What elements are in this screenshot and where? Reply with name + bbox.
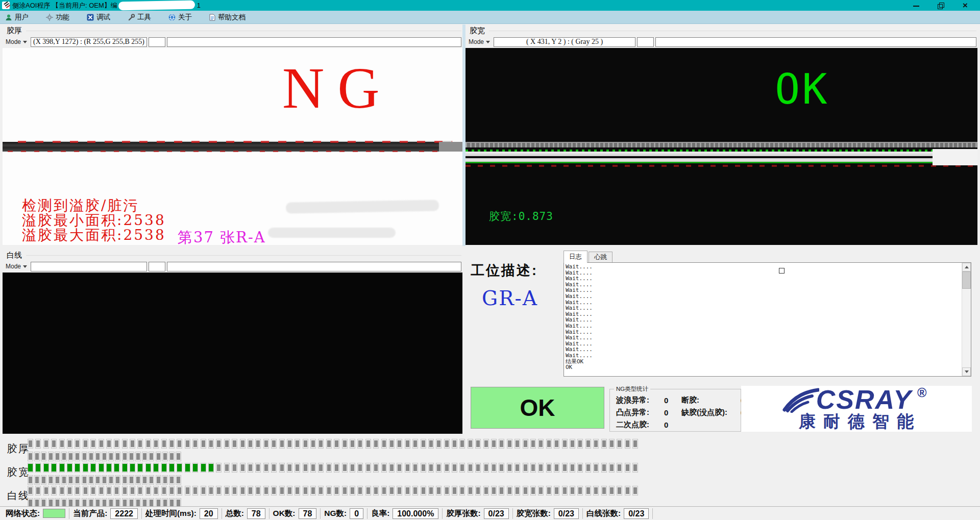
grid-cell <box>115 475 120 485</box>
pixel-coordinate-readout[interactable]: (X 398,Y 1272) : (R 255,G 255,B 255) <box>31 37 147 47</box>
tab-heartbeat[interactable]: 心跳 <box>589 252 612 263</box>
log-line: Wait.... <box>566 282 961 288</box>
grid-cell <box>156 452 161 461</box>
grid-cell <box>601 439 607 449</box>
grid-cell <box>428 439 434 449</box>
tab-log[interactable]: 日志 <box>564 251 587 263</box>
grid-cell <box>255 463 261 473</box>
indicator-row-white-line-products <box>28 486 638 496</box>
grid-cell <box>216 463 222 473</box>
menu-item-debug[interactable]: 调试 <box>85 12 112 23</box>
grid-cell <box>99 486 104 496</box>
grid-cell <box>176 452 181 461</box>
status-value: 20 <box>200 508 218 519</box>
grid-cell <box>468 439 473 449</box>
scrollbar-thumb[interactable] <box>962 271 971 289</box>
grid-cell <box>90 439 96 449</box>
inspection-image-glue-thickness[interactable]: NG 检测到溢胶/脏污 溢胶最小面积:2538 溢胶最大面积:2538 第37 … <box>3 48 462 245</box>
log-checkbox[interactable] <box>779 268 785 274</box>
triangle-down-icon <box>965 370 969 373</box>
grid-cell <box>248 486 253 496</box>
menu-item-user[interactable]: 用户 <box>3 12 31 23</box>
grid-cell <box>295 439 300 449</box>
ng-stat-label: 缺胶(没点胶): <box>681 408 741 417</box>
grid-cell <box>185 439 190 449</box>
logo-brand-text: CSRAY <box>816 387 912 412</box>
grid-cell <box>632 463 638 473</box>
toolbar-small-field[interactable] <box>149 262 165 271</box>
inspection-image-white-line[interactable] <box>3 273 462 434</box>
overall-result-button[interactable]: OK <box>471 387 604 429</box>
mode-dropdown[interactable]: Mode <box>4 262 29 271</box>
grid-cell <box>562 463 568 473</box>
grid-cell <box>232 439 237 449</box>
toolbar-small-field[interactable] <box>149 37 165 47</box>
status-group: NG数:0 <box>321 508 368 519</box>
menu-item-tools[interactable]: 工具 <box>126 12 153 23</box>
grid-cell <box>102 475 107 485</box>
scroll-up-arrow[interactable] <box>962 263 971 271</box>
grid-cell <box>412 463 418 473</box>
menu-item-about[interactable]: 关于 <box>166 12 194 23</box>
grid-cell <box>90 486 96 496</box>
glue-edge-band-end <box>933 149 977 165</box>
toolbar-long-field[interactable] <box>655 37 976 47</box>
grid-cell <box>617 439 622 449</box>
station-description-value: GR-A <box>482 287 538 310</box>
inspection-image-glue-width[interactable]: OK 胶宽:0.873 <box>465 48 977 245</box>
grid-cell <box>538 486 544 496</box>
close-button[interactable]: × <box>962 2 969 9</box>
grid-cell <box>192 486 198 496</box>
grid-cell <box>475 486 481 496</box>
ng-stat-value: 0 <box>664 420 681 429</box>
glue-edge-image-strip <box>3 142 462 152</box>
log-panel[interactable]: Wait....Wait....Wait....Wait....Wait....… <box>564 262 971 377</box>
ng-statistics-grid: 波浪异常:0断胶:0凸点异常:0缺胶(没点胶):0二次点胶:0 <box>616 394 752 431</box>
grid-cell <box>51 439 57 449</box>
grid-cell <box>67 486 72 496</box>
grid-cell <box>523 463 528 473</box>
mode-dropdown[interactable]: Mode <box>4 37 29 47</box>
grid-cell <box>350 439 355 449</box>
status-group: 胶宽张数:0/23 <box>513 508 583 519</box>
pixel-coordinate-readout[interactable]: ( X 431, Y 2 ) : ( Gray 25 ) <box>494 37 635 47</box>
grid-cell <box>421 463 426 473</box>
grid-cell <box>240 463 246 473</box>
grid-cell <box>185 463 190 473</box>
menu-item-function[interactable]: 功能 <box>44 12 71 23</box>
minimize-button[interactable] <box>913 2 920 9</box>
window-title-suffix: 1 <box>197 2 201 9</box>
grid-cell <box>130 439 135 449</box>
grid-cell <box>452 486 457 496</box>
grid-label-glue-width: 胶宽 <box>7 465 30 479</box>
log-scrollbar[interactable] <box>962 263 971 376</box>
grid-cell <box>570 486 575 496</box>
toolbar-long-field[interactable] <box>167 37 461 47</box>
menu-item-help[interactable]: 帮助文档 <box>207 12 248 23</box>
indicator-row-glue-width-frames <box>28 475 181 485</box>
grid-cell <box>28 475 33 485</box>
chevron-down-icon <box>23 41 27 43</box>
restore-button[interactable] <box>937 2 944 9</box>
log-line: Wait.... <box>566 276 961 282</box>
toolbar-long-field[interactable] <box>167 262 461 271</box>
grid-cell <box>483 439 489 449</box>
grid-cell <box>192 439 198 449</box>
pixel-coordinate-readout[interactable] <box>31 262 147 271</box>
grid-cell <box>41 452 46 461</box>
grid-cell <box>185 486 190 496</box>
grid-cell <box>303 486 308 496</box>
grid-cell <box>83 439 88 449</box>
grid-cell <box>149 452 154 461</box>
grid-cell <box>208 439 214 449</box>
window-title-fragment: 编 <box>111 1 117 10</box>
grid-cell <box>95 452 101 461</box>
grid-cell <box>350 463 355 473</box>
toolbar-small-field[interactable] <box>637 37 654 47</box>
grid-cell <box>161 486 167 496</box>
status-value: 0/23 <box>624 508 649 519</box>
mode-dropdown[interactable]: Mode <box>467 37 492 47</box>
scroll-down-arrow[interactable] <box>962 367 971 376</box>
log-content[interactable]: Wait....Wait....Wait....Wait....Wait....… <box>566 264 961 375</box>
grid-cell <box>176 475 181 485</box>
